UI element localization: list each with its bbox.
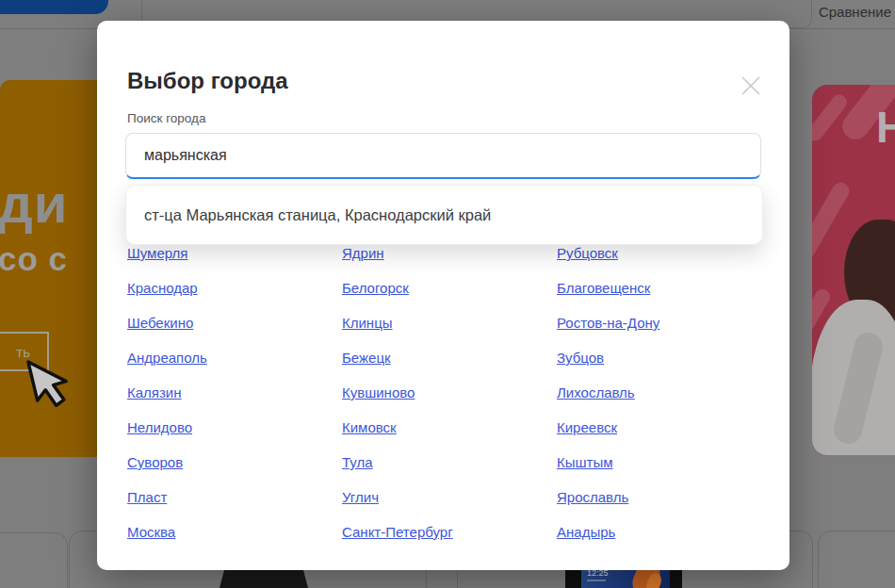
city-link[interactable]: Анадырь: [557, 517, 615, 552]
suggestion-item[interactable]: ст-ца Марьянская станица, Краснодарский …: [126, 186, 762, 244]
search-label: Поиск города: [127, 111, 205, 125]
city-link[interactable]: Белогорск: [342, 273, 409, 308]
city-column: РубцовскБлаговещенскРостов-на-ДонуЗубцов…: [557, 238, 772, 552]
close-icon[interactable]: [740, 75, 761, 96]
city-columns: ШумерляКраснодарШебекиноАндреапольКалязи…: [127, 238, 772, 552]
page: Сравнение ди со с ть Н 12:25: [0, 0, 895, 588]
city-select-modal: Выбор города Поиск города ст-ца Марьянск…: [97, 21, 789, 570]
city-link[interactable]: Кувшиново: [342, 378, 415, 413]
city-column: ЯдринБелогорскКлинцыБежецкКувшиновоКимов…: [342, 238, 557, 552]
promo-banner-right: Н: [812, 85, 895, 455]
city-link[interactable]: Благовещенск: [557, 273, 650, 308]
city-search-input[interactable]: [125, 133, 761, 179]
city-link[interactable]: Кимовск: [342, 413, 397, 448]
site-logo: [0, 0, 108, 14]
phone-screen-image: 12:25: [581, 567, 670, 588]
city-link[interactable]: Углич: [342, 482, 379, 517]
city-link[interactable]: Ростов-на-Дону: [557, 308, 659, 343]
city-link[interactable]: Ярославль: [557, 482, 628, 517]
city-link[interactable]: Санкт-Петербург: [342, 517, 453, 552]
suggestion-dropdown: ст-ца Марьянская станица, Краснодарский …: [125, 185, 763, 245]
modal-title: Выбор города: [127, 68, 288, 94]
city-link[interactable]: Андреаполь: [127, 343, 207, 378]
phone-clock-subtext: [587, 580, 606, 581]
city-link[interactable]: Шебекино: [127, 308, 193, 343]
city-column: ШумерляКраснодарШебекиноАндреапольКалязи…: [127, 238, 342, 552]
city-link[interactable]: Клинцы: [342, 308, 393, 343]
product-card: [0, 532, 68, 588]
city-link[interactable]: Бежецк: [342, 343, 391, 378]
city-link[interactable]: Суворов: [127, 448, 183, 482]
city-link[interactable]: Лихославль: [557, 378, 635, 413]
compare-link: Сравнение: [819, 4, 891, 20]
banner-headline-fragment: ди: [0, 176, 68, 231]
city-link[interactable]: Москва: [127, 517, 175, 552]
city-link[interactable]: Кыштым: [557, 448, 613, 482]
city-link[interactable]: Тула: [342, 448, 373, 482]
product-card: [818, 531, 895, 588]
city-link[interactable]: Нелидово: [127, 413, 192, 448]
mouse-cursor: [24, 358, 73, 416]
city-link[interactable]: Пласт: [127, 482, 167, 517]
city-link[interactable]: Калязин: [127, 378, 182, 413]
city-link[interactable]: Зубцов: [557, 343, 604, 378]
banner-subline-fragment: со с: [0, 242, 68, 275]
city-link[interactable]: Краснодар: [127, 273, 198, 308]
city-link[interactable]: Киреевск: [557, 413, 617, 448]
banner-letter-fragment: Н: [876, 102, 895, 153]
